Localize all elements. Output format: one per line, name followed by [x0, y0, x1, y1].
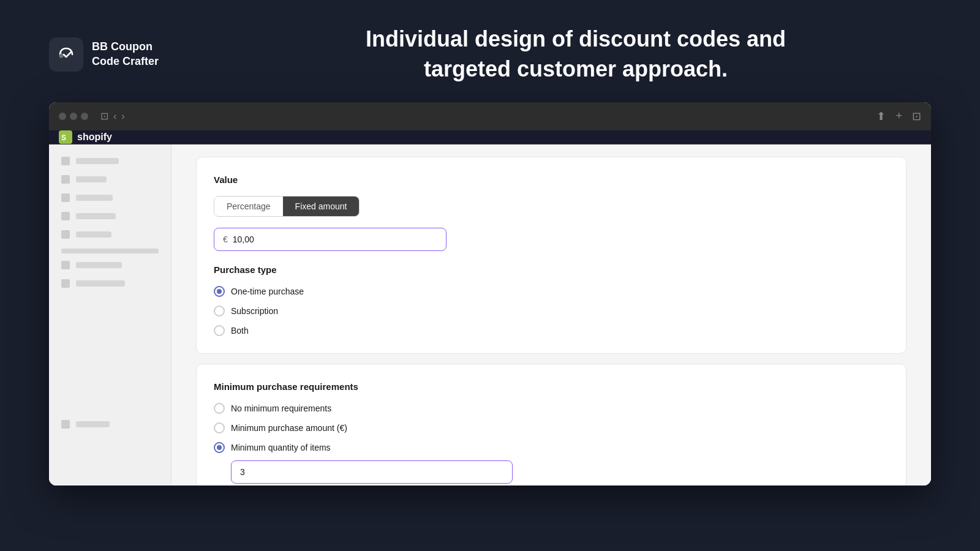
shopify-layout: Value Percentage Fixed amount € 10,00 Pu…	[49, 144, 931, 485]
sidebar-item-discounts[interactable]	[49, 225, 171, 244]
sidebar-item-dashboard[interactable]	[49, 152, 171, 170]
header: BB Coupon Code Crafter Individual design…	[0, 0, 980, 102]
purchase-type-title: Purchase type	[214, 264, 889, 275]
sidebar-item-marketing[interactable]	[49, 207, 171, 225]
settings-icon	[61, 420, 70, 429]
min-requirements-title: Minimum purchase requirements	[214, 381, 889, 392]
fixed-amount-toggle[interactable]: Fixed amount	[283, 197, 360, 216]
sidebar-label	[76, 280, 125, 287]
forward-button[interactable]: ›	[121, 111, 124, 121]
dot-red	[59, 113, 66, 120]
both-radio[interactable]	[214, 325, 225, 336]
subscription-radio[interactable]	[214, 305, 225, 317]
dot-yellow	[70, 113, 77, 120]
sidebar-toggle-icon[interactable]: ⊡	[100, 111, 108, 121]
subscription-label: Subscription	[231, 306, 278, 316]
browser-dots	[59, 113, 88, 120]
min-purchase-amount-label: Minimum purchase amount (€)	[231, 423, 347, 433]
svg-point-1	[59, 54, 63, 58]
sidebar-item-automatic-list[interactable]	[49, 274, 171, 293]
main-headline: Individual design of discount codes and …	[221, 24, 931, 84]
no-minimum-option[interactable]: No minimum requirements	[214, 403, 889, 414]
main-content: Value Percentage Fixed amount € 10,00 Pu…	[172, 144, 931, 485]
orders-icon	[61, 175, 70, 184]
sidebar-label	[76, 421, 110, 427]
sidebar-label	[76, 213, 116, 219]
minimum-purchase-amount-option[interactable]: Minimum purchase amount (€)	[214, 422, 889, 433]
one-time-purchase-option[interactable]: One-time purchase	[214, 286, 889, 297]
one-time-radio[interactable]	[214, 286, 225, 297]
sidebar-label	[76, 176, 107, 182]
browser-chrome: ⊡ ‹ › ⬆ + ⊡	[49, 102, 931, 130]
no-minimum-radio[interactable]	[214, 403, 225, 414]
both-label: Both	[231, 326, 249, 335]
browser-navigation: ⊡ ‹ ›	[100, 111, 125, 121]
app-logo-icon	[49, 37, 83, 72]
quantity-input-wrap: 3 Applies to all products.	[231, 460, 889, 485]
sidebar-item-products[interactable]	[49, 189, 171, 207]
browser-actions: ⬆ + ⊡	[876, 110, 921, 123]
sidebar-item-discount-list[interactable]	[49, 256, 171, 274]
percentage-toggle[interactable]: Percentage	[214, 197, 283, 216]
share-icon[interactable]: ⬆	[876, 110, 886, 123]
value-section: Value Percentage Fixed amount € 10,00 Pu…	[196, 157, 907, 354]
browser-window: ⊡ ‹ › ⬆ + ⊡ S shopify	[49, 102, 931, 485]
sidebar-group-separator	[61, 249, 159, 253]
quantity-input-field[interactable]: 3	[231, 460, 513, 484]
one-time-label: One-time purchase	[231, 287, 304, 296]
value-input-field[interactable]: € 10,00	[214, 228, 447, 251]
discounts-icon	[61, 230, 70, 239]
minimum-quantity-option[interactable]: Minimum quantity of items	[214, 442, 889, 453]
currency-prefix: €	[223, 234, 228, 244]
add-tab-icon[interactable]: +	[895, 110, 902, 123]
min-quantity-radio[interactable]	[214, 442, 225, 453]
sidebar-label	[76, 158, 119, 164]
quantity-value[interactable]: 3	[240, 467, 245, 477]
svg-rect-0	[55, 43, 77, 66]
sidebar-label	[76, 231, 111, 238]
marketing-icon	[61, 212, 70, 220]
shopify-topbar: S shopify	[49, 130, 931, 144]
app-name: BB Coupon Code Crafter	[92, 40, 159, 69]
sidebar-item-orders[interactable]	[49, 170, 171, 189]
min-purchase-amount-radio[interactable]	[214, 422, 225, 433]
value-section-title: Value	[214, 174, 889, 185]
subscription-option[interactable]: Subscription	[214, 305, 889, 317]
value-amount[interactable]: 10,00	[233, 234, 254, 244]
dot-green	[81, 113, 88, 120]
minimum-requirements-options: No minimum requirements Minimum purchase…	[214, 403, 889, 453]
auto-icon	[61, 279, 70, 288]
sidebar-label	[76, 195, 113, 201]
both-option[interactable]: Both	[214, 325, 889, 336]
value-toggle-group: Percentage Fixed amount	[214, 196, 360, 217]
minimum-requirements-section: Minimum purchase requirements No minimum…	[196, 364, 907, 485]
products-icon	[61, 193, 70, 202]
logo-area: BB Coupon Code Crafter	[49, 37, 221, 72]
list-icon	[61, 261, 70, 269]
sidebar	[49, 144, 172, 485]
min-quantity-label: Minimum quantity of items	[231, 443, 331, 452]
purchase-type-options: One-time purchase Subscription Both	[214, 286, 889, 336]
sidebar-item-settings[interactable]	[49, 415, 171, 433]
shopify-admin: S shopify	[49, 130, 931, 485]
back-button[interactable]: ‹	[113, 111, 116, 121]
sidebar-label	[76, 262, 122, 268]
dashboard-icon	[61, 157, 70, 165]
no-minimum-label: No minimum requirements	[231, 403, 331, 413]
shopify-logo: S shopify	[59, 130, 112, 144]
copy-icon[interactable]: ⊡	[912, 110, 921, 123]
svg-text:S: S	[61, 133, 66, 142]
